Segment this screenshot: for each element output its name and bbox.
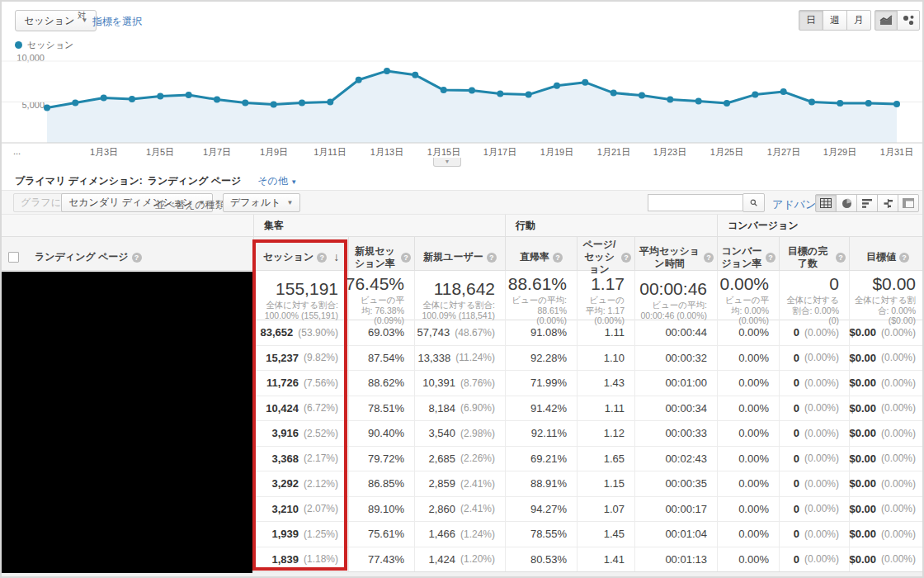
data-point[interactable]	[101, 95, 107, 102]
pivot-view-button[interactable]	[898, 194, 919, 212]
data-point[interactable]	[752, 92, 758, 98]
cell-goal-value: $0.00(0.00%)	[849, 522, 924, 547]
data-point[interactable]	[610, 90, 617, 97]
data-point[interactable]	[808, 99, 815, 106]
data-point[interactable]	[837, 100, 843, 107]
collapse-chart-tab[interactable]: ▼	[433, 158, 461, 167]
help-icon[interactable]: ?	[899, 253, 909, 263]
help-icon[interactable]: ?	[487, 253, 497, 263]
data-point[interactable]	[582, 79, 588, 86]
data-point[interactable]	[497, 91, 503, 97]
data-point[interactable]	[441, 87, 447, 93]
data-point[interactable]	[242, 100, 248, 107]
cell-sessions: 10,424(6.72%)	[253, 396, 348, 421]
cell-pages-per-session: 1.41	[577, 547, 634, 572]
cell-pages-per-session: 1.11	[577, 396, 634, 421]
data-point[interactable]	[667, 97, 673, 103]
other-dimensions-link[interactable]: その他 ▼	[257, 174, 297, 188]
cell-conversion-rate: 0.00%	[717, 396, 779, 421]
chevron-down-icon: ▼	[286, 200, 293, 206]
help-icon[interactable]: ?	[836, 253, 846, 263]
data-point[interactable]	[384, 68, 390, 74]
data-point[interactable]	[157, 93, 163, 100]
data-view-button[interactable]	[815, 194, 837, 212]
data-point[interactable]	[695, 98, 702, 105]
cell-new-session-rate: 88.62%	[348, 371, 414, 396]
cell-new-session-rate: 90.40%	[348, 421, 414, 446]
cell-avg-session-duration: 00:00:34	[634, 396, 717, 421]
data-point[interactable]	[299, 100, 305, 107]
other-dimensions-label: その他	[257, 175, 288, 187]
performance-view-button[interactable]	[856, 194, 878, 212]
help-icon[interactable]: ?	[553, 253, 563, 263]
cell-conversion-rate: 0.00%	[717, 371, 779, 396]
granularity-week-button[interactable]: 週	[823, 10, 847, 31]
help-icon[interactable]: ?	[317, 253, 327, 263]
group-header-conversions: コンバージョン	[717, 215, 924, 236]
data-point[interactable]	[186, 92, 192, 98]
summary-goal-completions-value: 0	[829, 274, 839, 293]
header-new-session-rate-label: 新規セッション率	[352, 245, 398, 270]
data-point[interactable]	[865, 100, 872, 107]
x-axis: ...1月3日1月5日1月7日1月9日1月11日1月13日1月15日1月17日1…	[2, 146, 924, 158]
x-axis-label: 1月19日	[540, 146, 573, 159]
data-point[interactable]	[327, 99, 333, 106]
granularity-day-button[interactable]: 日	[799, 10, 823, 31]
cell-avg-session-duration: 00:00:32	[634, 346, 717, 371]
motion-chart-button[interactable]	[897, 10, 920, 31]
select-all-checkbox[interactable]	[8, 252, 19, 263]
data-point[interactable]	[271, 102, 277, 108]
table-view-switcher	[815, 194, 919, 212]
granularity-month-button[interactable]: 月	[846, 10, 871, 31]
cell-pages-per-session: 1.15	[577, 471, 634, 496]
summary-pages-per-session-value: 1.17	[591, 274, 625, 293]
cell-bounce-rate: 92.11%	[505, 421, 577, 446]
data-point[interactable]	[780, 88, 787, 95]
cell-sessions: 11,726(7.56%)	[253, 371, 348, 396]
help-icon[interactable]: ?	[704, 253, 714, 263]
cell-new-users: 2,685(2.26%)	[414, 447, 505, 471]
data-point[interactable]	[44, 104, 50, 111]
cell-goal-value: $0.00(0.00%)	[849, 547, 924, 572]
help-icon[interactable]: ?	[132, 253, 142, 263]
search-button[interactable]	[742, 193, 765, 212]
cell-avg-session-duration: 00:01:04	[634, 522, 717, 547]
data-point[interactable]	[356, 77, 362, 83]
line-chart-button[interactable]	[874, 10, 898, 31]
help-icon[interactable]: ?	[621, 253, 631, 263]
primary-dimension-value[interactable]: ランディング ページ	[148, 174, 242, 188]
cell-pages-per-session: 1.12	[577, 421, 634, 446]
help-icon[interactable]: ?	[766, 253, 776, 263]
data-point[interactable]	[129, 96, 135, 102]
select-metric-link[interactable]: 指標を選択	[92, 15, 142, 29]
data-point[interactable]	[526, 92, 532, 98]
cell-goal-value: $0.00(0.00%)	[849, 396, 924, 421]
cell-pages-per-session: 1.43	[577, 371, 634, 396]
cell-bounce-rate: 69.21%	[505, 447, 577, 471]
data-point[interactable]	[412, 72, 418, 78]
data-point[interactable]	[554, 83, 560, 89]
table-grid-icon	[820, 198, 832, 208]
header-new-users-label: 新規ユーザー	[423, 251, 483, 263]
data-point[interactable]	[72, 100, 78, 107]
summary-sessions-subtext: 全体に対する割合: 100.00% (155,191)	[257, 300, 338, 320]
data-point[interactable]	[724, 100, 730, 107]
help-icon[interactable]: ?	[401, 253, 411, 263]
data-point[interactable]	[639, 92, 645, 99]
data-point[interactable]	[469, 88, 475, 94]
summary-avg-session-duration-subtext: ビューの平均: 00:00:46 (0.00%)	[639, 300, 707, 320]
header-landing-page-label: ランディング ページ	[35, 251, 129, 263]
comparison-view-button[interactable]	[877, 194, 898, 212]
pie-chart-icon	[842, 198, 852, 209]
data-point[interactable]	[214, 97, 220, 103]
header-avg-session-duration-label: 平均セッション時間	[639, 245, 700, 270]
sort-type-dropdown[interactable]: デフォルト ▼	[223, 193, 300, 212]
cell-sessions: 1,939(1.25%)	[253, 522, 348, 547]
cell-avg-session-duration: 00:00:44	[634, 320, 717, 345]
percentage-view-button[interactable]	[836, 194, 857, 212]
cell-new-users: 1,424(1.20%)	[414, 547, 505, 572]
series-color-dot	[15, 41, 22, 49]
table-search-input[interactable]	[648, 194, 743, 211]
data-point[interactable]	[893, 101, 900, 107]
x-axis-ellipsis: ...	[13, 146, 21, 156]
